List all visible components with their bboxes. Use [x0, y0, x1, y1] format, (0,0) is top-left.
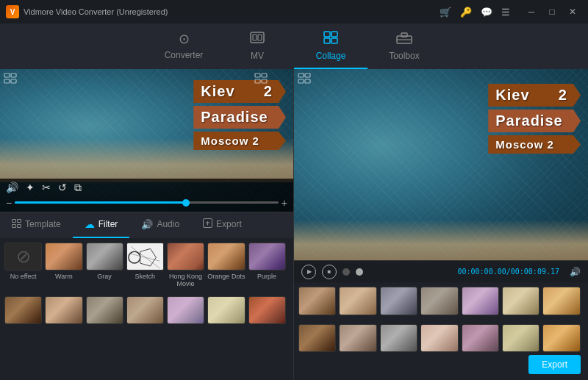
tab-mv[interactable]: MV	[220, 24, 294, 69]
filter-r2-1[interactable]	[4, 296, 42, 326]
copy-icon[interactable]: ⧉	[74, 182, 82, 194]
tab-template[interactable]: Template	[0, 212, 73, 238]
filter-purple[interactable]: Purple	[248, 243, 286, 287]
right-filter-r2-4[interactable]	[420, 324, 458, 353]
right-paradise-sign: Paradise	[488, 110, 581, 132]
left-video-area[interactable]: Kiev 2 Paradise Moscow 2	[0, 69, 293, 212]
kiev-sign: Kiev 2	[193, 80, 286, 103]
svg-rect-29	[305, 79, 310, 83]
converter-icon: ⊙	[179, 31, 190, 47]
right-filter-7[interactable]	[542, 287, 580, 315]
tab-audio[interactable]: 🔊 Audio	[129, 212, 191, 238]
filter-purple-label: Purple	[257, 273, 276, 280]
right-filter-r2-7-thumb	[542, 324, 580, 353]
right-filter-r2-3[interactable]	[380, 324, 417, 353]
svg-rect-18	[12, 220, 16, 223]
filter-gray-label: Gray	[97, 273, 112, 280]
filter-r2-4[interactable]	[126, 296, 164, 326]
filter-r2-5[interactable]	[167, 296, 204, 326]
right-filter-r2-6[interactable]	[502, 324, 539, 353]
svg-rect-1	[253, 35, 257, 40]
app-icon: V	[6, 5, 19, 18]
filter-sketch-thumb	[126, 243, 164, 270]
tab-toolbox[interactable]: Toolbox	[368, 24, 441, 69]
progress-thumb[interactable]	[182, 199, 190, 207]
svg-rect-26	[298, 74, 304, 77]
tab-converter[interactable]: ⊙ Converter	[147, 24, 220, 69]
svg-rect-21	[18, 225, 21, 228]
right-filter-6-thumb	[502, 287, 539, 315]
filter-r2-3[interactable]	[86, 296, 123, 326]
cut-icon[interactable]: ✂	[42, 182, 51, 193]
play-button[interactable]	[301, 265, 316, 279]
progress-minus[interactable]: −	[6, 197, 12, 209]
tab-filter-label: Filter	[98, 219, 118, 229]
menu-icon[interactable]: ☰	[501, 7, 510, 18]
volume-icon[interactable]: 🔊	[6, 182, 18, 193]
svg-rect-2	[258, 35, 262, 40]
filter-r2-7-thumb	[248, 296, 286, 324]
right-filter-5-thumb	[462, 287, 499, 315]
filter-r2-7[interactable]	[248, 296, 286, 326]
filter-gray[interactable]: Gray	[86, 243, 123, 287]
export-button[interactable]: Export	[528, 355, 581, 374]
filter-hk[interactable]: Hong Kong Movie	[167, 243, 204, 287]
key-icon[interactable]: 🔑	[460, 7, 472, 18]
right-filter-3[interactable]	[380, 287, 417, 315]
svg-rect-28	[298, 79, 304, 83]
close-button[interactable]: ✕	[563, 4, 582, 19]
right-filter-4[interactable]	[420, 287, 458, 315]
right-filter-1[interactable]	[298, 287, 336, 315]
cart-icon[interactable]: 🛒	[440, 7, 451, 18]
minimize-button[interactable]: ─	[522, 4, 541, 19]
filter-r2-2[interactable]	[45, 296, 82, 326]
right-volume-icon[interactable]: 🔊	[570, 267, 581, 277]
dot-indicator-1	[343, 268, 350, 276]
video-grid-icon-2	[254, 73, 268, 87]
right-filter-2[interactable]	[339, 287, 376, 315]
filter-orange-label: Orange Dots	[207, 273, 245, 280]
filter-sketch[interactable]: Sketch	[126, 243, 164, 287]
tab-export[interactable]: Export	[191, 212, 254, 238]
rotate-icon[interactable]: ↺	[58, 182, 67, 193]
right-filter-r2-2[interactable]	[339, 324, 376, 353]
titlebar-controls: ─ □ ✕	[522, 4, 582, 19]
right-video-area[interactable]: Kiev 2 Paradise Moscow 2	[294, 69, 588, 260]
right-kiev-sign: Kiev 2	[488, 84, 581, 107]
filter-r2-6[interactable]	[207, 296, 245, 326]
right-filter-2-thumb	[339, 287, 376, 315]
right-filter-6[interactable]	[502, 287, 539, 315]
filter-no-effect[interactable]: No effect	[4, 243, 42, 287]
filter-warm[interactable]: Warm	[45, 243, 82, 287]
sparkle-icon[interactable]: ✦	[26, 182, 35, 193]
tab-filter[interactable]: ☁ Filter	[73, 212, 130, 238]
filter-warm-thumb	[45, 243, 82, 270]
svg-rect-20	[12, 225, 16, 228]
right-filter-5[interactable]	[462, 287, 499, 315]
progress-plus[interactable]: +	[282, 197, 287, 209]
right-filter-r2-7[interactable]	[542, 324, 580, 353]
progress-track[interactable]	[15, 201, 279, 204]
right-filter-r2-1[interactable]	[298, 324, 336, 353]
maximize-button[interactable]: □	[542, 4, 562, 19]
filter-no-effect-label: No effect	[10, 273, 37, 280]
right-video-grid-icon	[298, 73, 311, 87]
progress-bar[interactable]: − +	[6, 197, 287, 209]
right-filter-r2-6-thumb	[502, 324, 539, 353]
chat-icon[interactable]: 💬	[481, 7, 492, 18]
svg-rect-17	[262, 79, 267, 83]
filter-orange[interactable]: Orange Dots	[207, 243, 245, 287]
video-grid-icon	[4, 73, 17, 87]
right-filter-1-thumb	[298, 287, 336, 315]
nav-tabs: ⊙ Converter MV Collage	[0, 24, 588, 69]
right-filter-3-thumb	[380, 287, 417, 315]
filter-r2-2-thumb	[45, 296, 82, 324]
tab-collage[interactable]: Collage	[294, 24, 368, 69]
filter-sketch-label: Sketch	[135, 273, 156, 280]
right-filter-r2-3-thumb	[380, 324, 417, 353]
right-beach	[294, 220, 588, 260]
right-signs: Kiev 2 Paradise Moscow 2	[488, 84, 581, 154]
stop-button[interactable]	[322, 265, 337, 279]
right-filter-r2-5[interactable]	[462, 324, 499, 353]
titlebar-icons: 🛒 🔑 💬 ☰	[440, 7, 510, 18]
